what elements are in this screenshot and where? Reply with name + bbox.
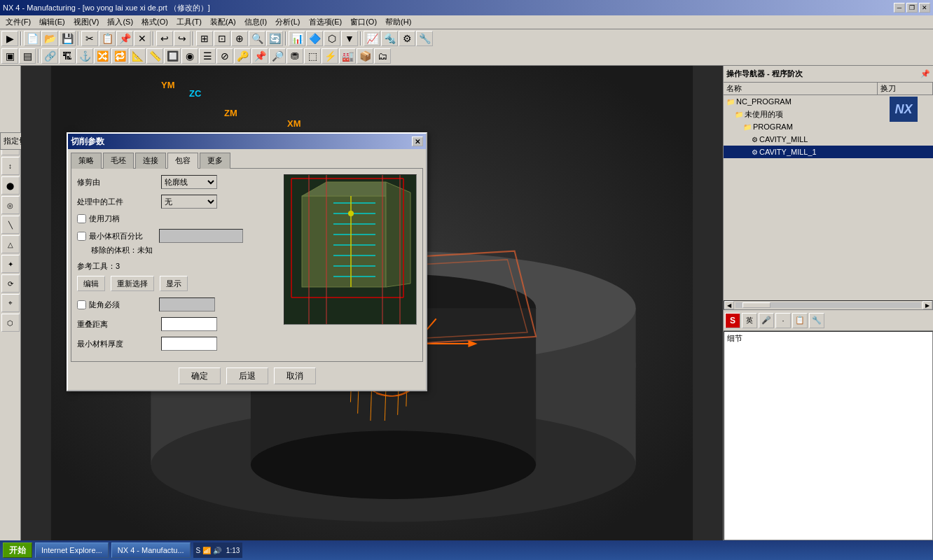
- scroll-thumb[interactable]: [742, 302, 770, 308]
- close-button[interactable]: ✕: [919, 3, 930, 13]
- res-btn-clipboard[interactable]: 📋: [792, 313, 808, 328]
- menu-format[interactable]: 格式(O): [137, 16, 172, 28]
- menu-window[interactable]: 窗口(O): [346, 16, 381, 28]
- restore-button[interactable]: ❐: [906, 3, 918, 13]
- tb7[interactable]: 🔷: [306, 31, 323, 46]
- corner-checkbox[interactable]: [77, 300, 86, 309]
- tb11[interactable]: 🔩: [381, 31, 398, 46]
- res-btn-mic[interactable]: 🎤: [759, 313, 774, 328]
- sidebar-btn-6[interactable]: △: [1, 235, 20, 253]
- open-btn[interactable]: 📂: [41, 31, 58, 46]
- trim-by-select[interactable]: 轮廓线: [161, 175, 217, 189]
- tree-item-program[interactable]: 📁 PROGRAM: [724, 120, 933, 133]
- tb25[interactable]: ☰: [199, 48, 216, 64]
- menu-analysis[interactable]: 分析(L): [271, 16, 304, 28]
- sidebar-btn-4[interactable]: ◎: [1, 196, 20, 214]
- start-btn[interactable]: ▶: [1, 31, 18, 46]
- copy-btn[interactable]: 📋: [99, 31, 116, 46]
- sidebar-btn-7[interactable]: ✦: [1, 255, 20, 273]
- res-btn-tools[interactable]: 🔧: [809, 313, 824, 328]
- tb17[interactable]: 🏗: [59, 48, 76, 64]
- undo-btn[interactable]: ↩: [156, 31, 173, 46]
- menu-view[interactable]: 视图(V): [69, 16, 104, 28]
- tb15[interactable]: ▤: [19, 48, 36, 64]
- tb10[interactable]: 📈: [364, 31, 380, 46]
- tree-item-cavity-mill-1[interactable]: ⚙ CAVITY_MILL_1: [724, 146, 933, 158]
- new-btn[interactable]: 📄: [24, 31, 41, 46]
- tb18[interactable]: ⚓: [76, 48, 93, 64]
- taskbar-ie[interactable]: Internet Explore...: [35, 542, 109, 558]
- tb22[interactable]: 📏: [146, 48, 163, 64]
- tb34[interactable]: 📦: [357, 48, 373, 64]
- menu-tools[interactable]: 工具(T): [172, 16, 206, 28]
- tb3[interactable]: ⊕: [231, 31, 248, 46]
- menu-edit[interactable]: 编辑(E): [35, 16, 69, 28]
- reselect-button[interactable]: 重新选择: [111, 276, 154, 291]
- tab-containment[interactable]: 包容: [167, 153, 198, 169]
- overlap-dist-input[interactable]: 0.0000: [161, 317, 217, 331]
- scroll-right[interactable]: ▶: [922, 301, 932, 309]
- corner-input[interactable]: 0.00000: [159, 298, 215, 312]
- tb35[interactable]: 🗂: [374, 48, 391, 64]
- sidebar-btn-2[interactable]: ↕: [1, 157, 20, 175]
- tb31[interactable]: ⬚: [304, 48, 321, 64]
- tab-more[interactable]: 更多: [200, 153, 230, 169]
- ok-button[interactable]: 确定: [179, 368, 221, 384]
- menu-assembly[interactable]: 装配(A): [206, 16, 240, 28]
- tb33[interactable]: 🏭: [339, 48, 356, 64]
- tb30[interactable]: ⛃: [286, 48, 303, 64]
- tb16[interactable]: 🔗: [41, 48, 58, 64]
- tb32[interactable]: ⚡: [322, 48, 338, 64]
- tb14[interactable]: ▣: [1, 48, 18, 64]
- tb20[interactable]: 🔁: [111, 48, 128, 64]
- scroll-left[interactable]: ◀: [724, 301, 734, 309]
- min-vol-input[interactable]: 0.000000000001: [159, 229, 243, 243]
- tb28[interactable]: 📌: [251, 48, 268, 64]
- tb4[interactable]: 🔍: [249, 31, 265, 46]
- tb2[interactable]: ⊡: [214, 31, 230, 46]
- menu-file[interactable]: 文件(F): [1, 16, 35, 28]
- process-part-select[interactable]: 无: [161, 195, 217, 209]
- tb5[interactable]: 🔄: [266, 31, 283, 46]
- min-vol-checkbox[interactable]: [77, 232, 86, 241]
- cut-btn[interactable]: ✂: [81, 31, 98, 46]
- menu-preferences[interactable]: 首选项(E): [305, 16, 347, 28]
- redo-btn[interactable]: ↪: [174, 31, 191, 46]
- tb27[interactable]: 🔑: [234, 48, 251, 64]
- paste-btn[interactable]: 📌: [116, 31, 133, 46]
- min-mat-input[interactable]: 0.0000: [161, 337, 217, 351]
- save-btn[interactable]: 💾: [59, 31, 76, 46]
- tab-strategy[interactable]: 策略: [71, 153, 102, 169]
- menu-info[interactable]: 信息(I): [240, 16, 271, 28]
- show-button[interactable]: 显示: [160, 276, 188, 291]
- tb13[interactable]: 🔧: [416, 31, 433, 46]
- sidebar-btn-9[interactable]: ⌖: [1, 294, 20, 312]
- res-btn-s[interactable]: S: [725, 313, 740, 328]
- sidebar-btn-10[interactable]: ⬡: [1, 314, 20, 332]
- tab-blank[interactable]: 毛坯: [103, 153, 134, 169]
- scroll-track[interactable]: [735, 302, 921, 308]
- start-button[interactable]: 开始: [3, 542, 32, 558]
- cancel-button[interactable]: 取消: [274, 368, 316, 384]
- tb12[interactable]: ⚙: [399, 31, 415, 46]
- menu-insert[interactable]: 插入(S): [103, 16, 137, 28]
- menu-help[interactable]: 帮助(H): [381, 16, 415, 28]
- sidebar-btn-5[interactable]: ╲: [1, 216, 20, 234]
- tb23[interactable]: 🔲: [164, 48, 181, 64]
- taskbar-nx[interactable]: NX 4 - Manufactu...: [111, 542, 191, 558]
- tb26[interactable]: ⊘: [216, 48, 233, 64]
- tb19[interactable]: 🔀: [94, 48, 111, 64]
- res-btn-en[interactable]: 英: [742, 313, 757, 328]
- tb8[interactable]: ⬡: [324, 31, 340, 46]
- sidebar-btn-8[interactable]: ⟳: [1, 274, 20, 293]
- tb24[interactable]: ◉: [181, 48, 198, 64]
- tb6[interactable]: 📊: [289, 31, 305, 46]
- horizontal-scrollbar[interactable]: ◀ ▶: [724, 300, 933, 310]
- delete-btn[interactable]: ✕: [134, 31, 151, 46]
- tree-item-cavity-mill[interactable]: ⚙ CAVITY_MILL: [724, 133, 933, 146]
- dialog-close-button[interactable]: ✕: [412, 136, 423, 146]
- minimize-button[interactable]: ─: [894, 3, 905, 13]
- res-btn-dot[interactable]: ·: [775, 313, 791, 328]
- tab-connect[interactable]: 连接: [135, 153, 166, 169]
- tb29[interactable]: 🔎: [269, 48, 286, 64]
